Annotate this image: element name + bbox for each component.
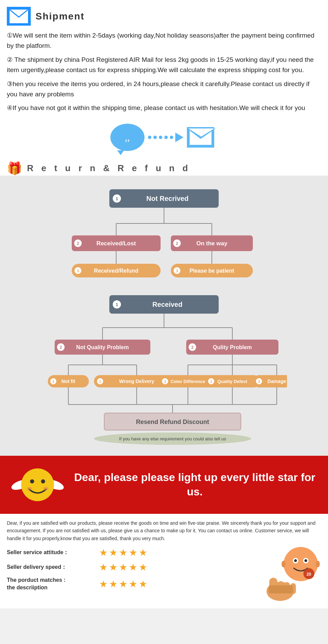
arrow-head-icon [175, 133, 183, 142]
svg-rect-2 [189, 129, 212, 146]
svg-text:2: 2 [77, 241, 79, 246]
svg-text:3: 3 [99, 380, 101, 384]
svg-text:1: 1 [115, 196, 118, 201]
feedback-section: Dear, if you are satisfied with our prod… [0, 514, 328, 608]
star2: ★ [109, 547, 118, 558]
svg-text:2: 2 [60, 345, 62, 350]
svg-point-101 [294, 559, 297, 562]
star4: ★ [129, 562, 137, 573]
dot5 [170, 136, 173, 139]
svg-text:Received/Lost: Received/Lost [96, 240, 136, 247]
rating-row-3: The porduct matches :the descriiption ★ … [7, 576, 256, 592]
svg-text:3: 3 [176, 269, 178, 273]
svg-point-88 [30, 479, 34, 483]
star3: ★ [119, 562, 127, 573]
svg-point-104 [316, 561, 320, 567]
dot1 [148, 136, 151, 139]
return-title: R e t u r n & R e f u n d [27, 163, 191, 174]
star3: ★ [119, 547, 127, 558]
mascot-icon: 20 [260, 537, 321, 605]
svg-rect-97 [269, 585, 293, 593]
shipment-title: Shipment [36, 11, 85, 22]
star-text-area: Dear, please please light up every littl… [72, 470, 318, 499]
svg-text:Not fit: Not fit [62, 379, 76, 384]
svg-text:3: 3 [164, 380, 166, 384]
rating-label-1: Seller service attitude： [7, 549, 99, 556]
star3: ★ [119, 578, 127, 590]
shipment-title-row: Shipment [7, 7, 318, 26]
arrow-dots [148, 133, 183, 142]
star-emoji-area [10, 463, 65, 507]
email-icon [7, 7, 31, 26]
stars-display-3: ★ ★ ★ ★ ★ [99, 578, 147, 590]
star1: ★ [99, 562, 108, 573]
svg-text:Color Difference: Color Difference [170, 379, 205, 384]
svg-text:1: 1 [115, 302, 118, 307]
mascot-area: 20 [260, 537, 321, 605]
gift-icon: 🎁 [7, 161, 22, 176]
email-outline-icon [187, 127, 214, 148]
svg-text:3: 3 [77, 269, 79, 273]
stars-display-2: ★ ★ ★ ★ ★ [99, 562, 147, 573]
svg-point-103 [282, 561, 286, 567]
star5: ★ [139, 562, 147, 573]
svg-text:If you have any else requireme: If you have any else requirement you cou… [119, 436, 226, 441]
star2: ★ [109, 562, 118, 573]
rating-row-2: Seller delivery speed： ★ ★ ★ ★ ★ [7, 562, 256, 573]
stars-display-1: ★ ★ ★ ★ ★ [99, 547, 147, 558]
svg-point-90 [27, 487, 32, 490]
svg-text:Qulity Problem: Qulity Problem [213, 344, 252, 350]
star1: ★ [99, 547, 108, 558]
svg-text:20: 20 [306, 572, 311, 577]
star1: ★ [99, 578, 108, 590]
star5: ★ [139, 578, 147, 590]
return-section: 🎁 R e t u r n & R e f u n d [0, 158, 328, 176]
shipment-point2: ② The shipment by china Post Registered … [7, 55, 318, 76]
svg-text:Received: Received [152, 301, 182, 308]
svg-text:3: 3 [210, 380, 212, 384]
svg-point-91 [43, 487, 49, 490]
shipment-point4: ④If you have not got it within the shipp… [7, 103, 318, 113]
dot3 [159, 136, 162, 139]
rating-label-3: The porduct matches :the descriiption [7, 576, 99, 592]
svg-text:2: 2 [191, 345, 194, 350]
dot2 [153, 136, 157, 139]
dot4 [164, 136, 168, 139]
svg-text:3: 3 [52, 380, 54, 384]
star2: ★ [109, 578, 118, 590]
star4: ★ [129, 547, 137, 558]
svg-text:Received/Refund: Received/Refund [94, 268, 138, 274]
return-title-row: 🎁 R e t u r n & R e f u n d [7, 161, 321, 176]
svg-point-102 [304, 559, 307, 562]
svg-text:Please be patient: Please be patient [190, 268, 234, 274]
chat-arrow-illustration: ,, [7, 117, 318, 154]
star4: ★ [129, 578, 137, 590]
svg-text:On the way: On the way [196, 240, 228, 247]
svg-text:Not Recrived: Not Recrived [146, 195, 188, 202]
shipment-body: ①We will sent the item within 2-5days (w… [7, 30, 318, 113]
rating-label-2: Seller delivery speed： [7, 564, 99, 571]
svg-text:3: 3 [258, 380, 260, 384]
shipment-section: Shipment ①We will sent the item within 2… [0, 0, 328, 158]
svg-text:Resend Refund Discount: Resend Refund Discount [136, 419, 209, 425]
flowchart-section: 1 Not Recrived 2 Received/Lost 2 On the … [0, 176, 328, 456]
flowchart-svg: 1 Not Recrived 2 Received/Lost 2 On the … [41, 186, 287, 446]
shipment-point3: ③hen you receive the items you ordered, … [7, 79, 318, 100]
svg-text:Damage: Damage [268, 379, 286, 384]
rating-row-1: Seller service attitude： ★ ★ ★ ★ ★ [7, 547, 256, 558]
chat-bubble-icon: ,, [110, 124, 145, 151]
star-headline: Dear, please please light up every littl… [72, 470, 318, 499]
svg-point-87 [21, 468, 54, 501]
svg-text:2: 2 [176, 241, 178, 246]
svg-text:Wrong Delivery: Wrong Delivery [119, 379, 154, 384]
smiley-icon [10, 463, 65, 507]
svg-text:Not Quality Problem: Not Quality Problem [76, 344, 129, 350]
star5: ★ [139, 547, 147, 558]
svg-point-89 [41, 479, 45, 483]
svg-text:Quality Defect: Quality Defect [217, 379, 247, 384]
star-section: Dear, please please light up every littl… [0, 456, 328, 514]
shipment-point1: ①We will sent the item within 2-5days (w… [7, 30, 318, 51]
